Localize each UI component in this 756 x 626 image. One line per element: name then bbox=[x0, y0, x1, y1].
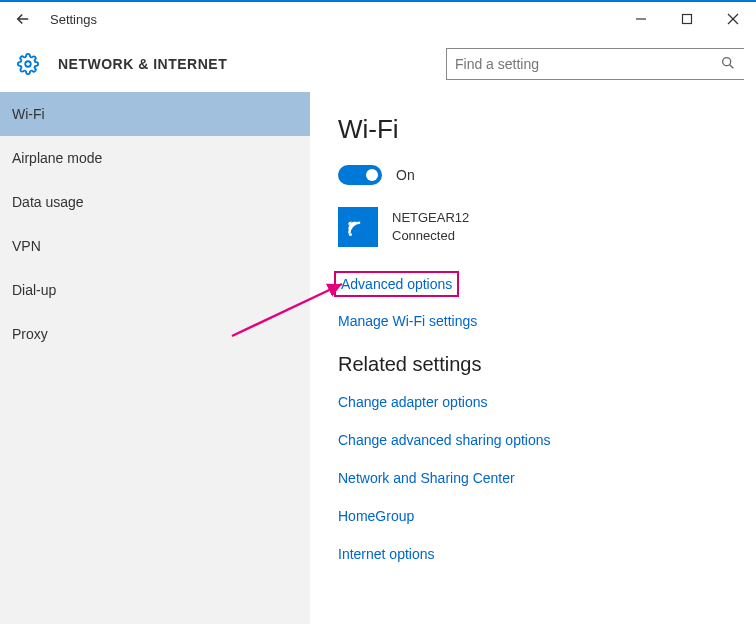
wifi-signal-icon bbox=[338, 207, 378, 247]
related-link-adapter[interactable]: Change adapter options bbox=[338, 394, 728, 410]
related-link-homegroup[interactable]: HomeGroup bbox=[338, 508, 728, 524]
minimize-button[interactable] bbox=[618, 2, 664, 36]
search-input[interactable]: Find a setting bbox=[446, 48, 744, 80]
wifi-toggle-label: On bbox=[396, 167, 415, 183]
window-title: Settings bbox=[40, 12, 97, 27]
sidebar-item-label: Proxy bbox=[12, 326, 48, 342]
sidebar-item-datausage[interactable]: Data usage bbox=[0, 180, 310, 224]
sidebar-item-wifi[interactable]: Wi-Fi bbox=[0, 92, 310, 136]
advanced-options-link[interactable]: Advanced options bbox=[338, 275, 455, 293]
back-button[interactable] bbox=[6, 2, 40, 36]
current-network[interactable]: NETGEAR12 Connected bbox=[338, 207, 728, 247]
related-heading: Related settings bbox=[338, 353, 728, 376]
svg-point-4 bbox=[25, 61, 31, 67]
sidebar-item-proxy[interactable]: Proxy bbox=[0, 312, 310, 356]
related-link-nsc[interactable]: Network and Sharing Center bbox=[338, 470, 728, 486]
related-link-sharing[interactable]: Change advanced sharing options bbox=[338, 432, 728, 448]
network-status: Connected bbox=[392, 227, 469, 245]
sidebar-item-label: Wi-Fi bbox=[12, 106, 45, 122]
sidebar-item-label: Data usage bbox=[12, 194, 84, 210]
sidebar: Wi-Fi Airplane mode Data usage VPN Dial-… bbox=[0, 92, 310, 624]
page-heading: Wi-Fi bbox=[338, 114, 728, 145]
svg-line-6 bbox=[730, 64, 734, 68]
maximize-button[interactable] bbox=[664, 2, 710, 36]
header-title: NETWORK & INTERNET bbox=[40, 56, 227, 72]
titlebar: Settings bbox=[0, 2, 756, 36]
wifi-toggle-row: On bbox=[338, 165, 728, 185]
sidebar-item-airplane[interactable]: Airplane mode bbox=[0, 136, 310, 180]
svg-rect-1 bbox=[683, 15, 692, 24]
wifi-toggle[interactable] bbox=[338, 165, 382, 185]
sidebar-item-dialup[interactable]: Dial-up bbox=[0, 268, 310, 312]
header: NETWORK & INTERNET Find a setting bbox=[0, 36, 756, 92]
search-placeholder: Find a setting bbox=[455, 56, 539, 72]
sidebar-item-vpn[interactable]: VPN bbox=[0, 224, 310, 268]
sidebar-item-label: VPN bbox=[12, 238, 41, 254]
window-controls bbox=[618, 2, 756, 36]
sidebar-item-label: Dial-up bbox=[12, 282, 56, 298]
network-name: NETGEAR12 bbox=[392, 209, 469, 227]
main-content: Wi-Fi On NETGEAR12 Connected Advanced op… bbox=[310, 92, 756, 624]
svg-point-5 bbox=[723, 57, 731, 65]
search-icon bbox=[720, 55, 736, 74]
manage-wifi-link[interactable]: Manage Wi-Fi settings bbox=[338, 313, 728, 329]
close-button[interactable] bbox=[710, 2, 756, 36]
related-link-internet[interactable]: Internet options bbox=[338, 546, 728, 562]
sidebar-item-label: Airplane mode bbox=[12, 150, 102, 166]
gear-icon bbox=[16, 52, 40, 76]
network-text: NETGEAR12 Connected bbox=[392, 209, 469, 244]
svg-point-7 bbox=[349, 233, 352, 236]
